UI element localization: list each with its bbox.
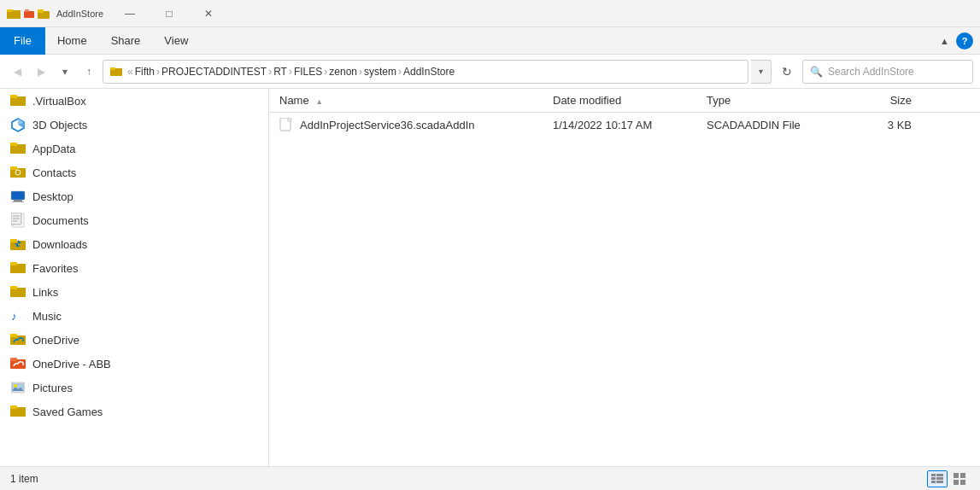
col-header-date[interactable]: Date modified: [553, 94, 707, 107]
ribbon-help: ▲ ?: [936, 32, 980, 50]
view-details-button[interactable]: [927, 470, 948, 487]
titlebar-app-icons: AddInStore: [0, 7, 110, 20]
svg-rect-2: [24, 11, 34, 18]
dropdown-button[interactable]: ▾: [55, 61, 75, 82]
address-dropdown-btn[interactable]: ▾: [751, 60, 772, 84]
sidebar-item-favorites[interactable]: Favorites: [0, 256, 268, 280]
svg-rect-53: [936, 481, 943, 483]
up-button[interactable]: ↑: [79, 61, 99, 82]
sidebar-label-contacts: Contacts: [32, 166, 76, 179]
sidebar-item-virtualbox[interactable]: .VirtualBox: [0, 89, 268, 113]
savedgames-folder-icon: [10, 404, 26, 419]
file-type-col: SCADAADDIN File: [707, 119, 843, 131]
links-folder-icon: [10, 284, 26, 300]
search-icon: 🔍: [810, 66, 823, 78]
col-header-type[interactable]: Type: [707, 94, 843, 107]
table-row[interactable]: AddInProjectService36.scadaAddIn 1/14/20…: [269, 113, 980, 137]
contacts-icon: [10, 165, 26, 180]
view-buttons: [927, 470, 970, 487]
titlebar-controls: — □ ✕: [110, 0, 228, 27]
sidebar-label-onedrive: OneDrive: [32, 334, 79, 347]
svg-rect-48: [931, 474, 936, 476]
file-name: AddInProjectService36.scadaAddIn: [300, 119, 475, 131]
sidebar-item-onedrive[interactable]: OneDrive: [0, 328, 268, 352]
sidebar-item-desktop[interactable]: Desktop: [0, 184, 268, 208]
address-files: FILES: [294, 66, 322, 78]
ribbon-tab-home[interactable]: Home: [45, 27, 99, 54]
file-type: SCADAADDIN File: [707, 119, 801, 131]
favorites-folder-icon: [10, 260, 26, 276]
minimize-button[interactable]: —: [110, 0, 150, 27]
file-size-col: 3 KB: [843, 119, 912, 131]
sidebar-label-virtualbox: .VirtualBox: [32, 95, 86, 108]
close-button[interactable]: ✕: [189, 0, 228, 27]
column-headers[interactable]: Name ▲ Date modified Type Size: [269, 89, 980, 113]
sidebar-label-music: Music: [32, 310, 62, 323]
sidebar-item-links[interactable]: Links: [0, 280, 268, 304]
svg-rect-55: [960, 473, 965, 478]
sidebar-label-onedrive-abb: OneDrive - ABB: [32, 358, 111, 370]
sidebar: .VirtualBox 3D Objects AppData: [0, 89, 269, 466]
sidebar-label-appdata: AppData: [32, 143, 76, 155]
file-date: 1/14/2022 10:17 AM: [553, 119, 652, 131]
ribbon: File Home Share View ▲ ?: [0, 27, 980, 55]
ribbon-file-tab[interactable]: File: [0, 27, 45, 55]
ribbon-tabs: Home Share View: [45, 27, 200, 54]
svg-rect-51: [936, 474, 943, 476]
sidebar-label-documents: Documents: [32, 214, 89, 227]
svg-rect-7: [110, 67, 115, 70]
svg-rect-16: [10, 166, 17, 170]
forward-button[interactable]: ▶: [31, 61, 51, 82]
back-button[interactable]: ◀: [7, 61, 27, 82]
sidebar-item-savedgames[interactable]: Saved Games: [0, 400, 268, 423]
music-icon: ♪: [10, 308, 26, 324]
app-icon-pin: [38, 8, 50, 20]
ribbon-collapse-arrow[interactable]: ▲: [936, 32, 953, 50]
3dobjects-icon: [10, 117, 26, 132]
titlebar: AddInStore — □ ✕: [0, 0, 980, 27]
maximize-button[interactable]: □: [150, 0, 189, 27]
address-rt: RT: [273, 66, 287, 78]
sidebar-label-favorites: Favorites: [32, 262, 78, 275]
svg-rect-14: [10, 143, 17, 146]
sidebar-scroll[interactable]: .VirtualBox 3D Objects AppData: [0, 89, 268, 466]
ribbon-tab-share[interactable]: Share: [99, 27, 153, 54]
refresh-button[interactable]: ↻: [775, 60, 799, 84]
view-large-icons-button[interactable]: [949, 470, 970, 487]
ribbon-tab-view[interactable]: View: [152, 27, 200, 54]
svg-rect-44: [10, 405, 17, 409]
svg-rect-52: [936, 477, 943, 480]
pictures-icon: [10, 380, 26, 395]
sidebar-item-pictures[interactable]: Pictures: [0, 376, 268, 400]
svg-rect-19: [14, 200, 22, 201]
statusbar: 1 item: [0, 466, 980, 490]
sidebar-item-contacts[interactable]: Contacts: [0, 160, 268, 184]
sidebar-item-music[interactable]: ♪ Music: [0, 304, 268, 328]
sidebar-item-3dobjects[interactable]: 3D Objects: [0, 113, 268, 137]
search-box[interactable]: 🔍 Search AddInStore: [802, 60, 973, 84]
svg-rect-20: [12, 201, 24, 202]
address-system: system: [364, 66, 396, 78]
svg-rect-54: [954, 473, 959, 478]
file-icon: [279, 118, 293, 131]
svg-rect-9: [10, 95, 17, 98]
address-addinstore: AddInStore: [403, 66, 455, 78]
svg-point-42: [14, 384, 17, 388]
sidebar-item-documents[interactable]: Documents: [0, 208, 268, 232]
file-name-col: AddInProjectService36.scadaAddIn: [279, 118, 553, 131]
sidebar-item-appdata[interactable]: AppData: [0, 137, 268, 160]
address-bar[interactable]: « Fifth › PROJECTADDINTEST › RT › FILES …: [103, 60, 748, 84]
svg-rect-33: [10, 286, 17, 289]
col-header-name[interactable]: Name ▲: [279, 94, 553, 107]
svg-rect-31: [10, 262, 17, 265]
svg-text:♪: ♪: [11, 310, 17, 323]
sidebar-label-savedgames: Saved Games: [32, 405, 103, 418]
svg-rect-18: [11, 191, 25, 200]
col-header-size[interactable]: Size: [843, 94, 912, 107]
sort-arrow: ▲: [315, 97, 323, 106]
address-fifth: Fifth: [135, 66, 155, 78]
svg-rect-57: [960, 480, 965, 485]
help-button[interactable]: ?: [956, 32, 973, 50]
sidebar-item-onedrive-abb[interactable]: OneDrive - ABB: [0, 352, 268, 376]
sidebar-item-downloads[interactable]: Downloads: [0, 232, 268, 256]
